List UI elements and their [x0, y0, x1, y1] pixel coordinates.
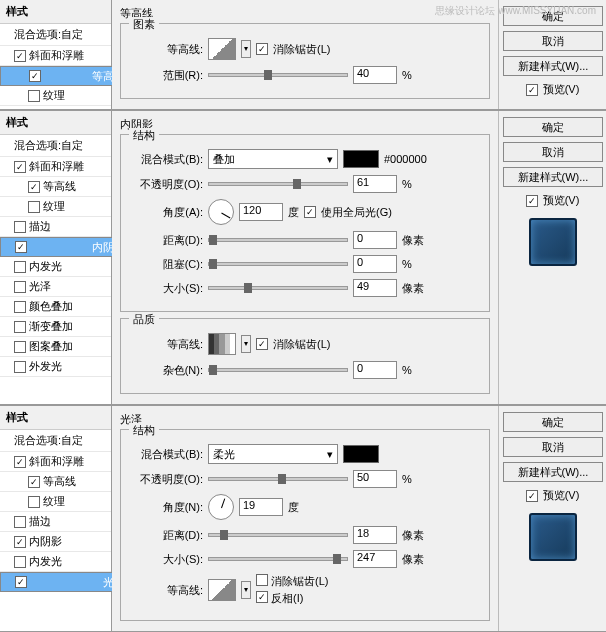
checkbox-icon[interactable]	[14, 221, 26, 233]
new-style-button[interactable]: 新建样式(W)...	[503, 462, 603, 482]
noise-slider[interactable]	[208, 368, 348, 372]
size-input[interactable]: 247	[353, 550, 397, 568]
angle-dial[interactable]	[208, 494, 234, 520]
fx-bevel[interactable]: ✓斜面和浮雕	[0, 157, 111, 177]
size-label: 大小(S):	[131, 552, 203, 567]
blend-options[interactable]: 混合选项:自定	[0, 24, 111, 46]
distance-input[interactable]: 18	[353, 526, 397, 544]
fx-texture[interactable]: 纹理	[0, 492, 111, 512]
distance-input[interactable]: 0	[353, 231, 397, 249]
fx-stroke[interactable]: 描边	[0, 217, 111, 237]
checkbox-icon[interactable]	[28, 90, 40, 102]
checkbox-icon[interactable]	[14, 341, 26, 353]
opacity-input[interactable]: 50	[353, 470, 397, 488]
color-swatch[interactable]	[343, 150, 379, 168]
fx-texture[interactable]: 纹理	[0, 197, 111, 217]
angle-input[interactable]: 19	[239, 498, 283, 516]
checkbox-icon[interactable]: ✓	[29, 70, 41, 82]
checkbox-icon[interactable]	[28, 496, 40, 508]
blend-options[interactable]: 混合选项:自定	[0, 430, 111, 452]
fx-inner-glow[interactable]: 内发光	[0, 257, 111, 277]
unit: 度	[288, 205, 299, 220]
checkbox-icon[interactable]	[28, 201, 40, 213]
opacity-input[interactable]: 61	[353, 175, 397, 193]
opacity-slider[interactable]	[208, 182, 348, 186]
checkbox-icon[interactable]: ✓	[28, 181, 40, 193]
noise-input[interactable]: 0	[353, 361, 397, 379]
fx-label: 等高线	[43, 474, 76, 489]
checkbox-icon[interactable]: ✓	[14, 456, 26, 468]
fx-satin[interactable]: 光泽	[0, 277, 111, 297]
chevron-down-icon[interactable]: ▾	[241, 581, 251, 599]
checkbox-icon[interactable]	[14, 281, 26, 293]
checkbox-icon[interactable]	[14, 301, 26, 313]
checkbox-icon[interactable]: ✓	[256, 591, 268, 603]
blend-options[interactable]: 混合选项:自定	[0, 135, 111, 157]
fx-texture[interactable]: 纹理	[0, 86, 111, 106]
checkbox-icon[interactable]: ✓	[256, 338, 268, 350]
color-swatch[interactable]	[343, 445, 379, 463]
fx-inner-shadow[interactable]: ✓内阴影	[0, 532, 111, 552]
range-slider[interactable]	[208, 73, 348, 77]
checkbox-icon[interactable]	[14, 261, 26, 273]
preview-thumbnail	[529, 513, 577, 561]
fx-grad-overlay[interactable]: 渐变叠加	[0, 317, 111, 337]
ok-button[interactable]: 确定	[503, 412, 603, 432]
fx-satin[interactable]: ✓光泽	[0, 572, 130, 592]
angle-input[interactable]: 120	[239, 203, 283, 221]
size-slider[interactable]	[208, 557, 348, 561]
contour-swatch[interactable]	[208, 38, 236, 60]
fx-outer-glow[interactable]: 外发光	[0, 357, 111, 377]
new-style-button[interactable]: 新建样式(W)...	[503, 56, 603, 76]
checkbox-icon[interactable]: ✓	[14, 161, 26, 173]
opacity-slider[interactable]	[208, 477, 348, 481]
ok-button[interactable]: 确定	[503, 117, 603, 137]
unit: %	[402, 258, 412, 270]
contour-swatch[interactable]	[208, 333, 236, 355]
range-input[interactable]: 40	[353, 66, 397, 84]
distance-slider[interactable]	[208, 533, 348, 537]
new-style-button[interactable]: 新建样式(W)...	[503, 167, 603, 187]
checkbox-icon[interactable]: ✓	[526, 490, 538, 502]
chevron-down-icon[interactable]: ▾	[241, 40, 251, 58]
checkbox-icon[interactable]: ✓	[526, 195, 538, 207]
checkbox-icon[interactable]: ✓	[28, 476, 40, 488]
checkbox-icon[interactable]	[14, 321, 26, 333]
fx-inner-shadow[interactable]: ✓内阴影	[0, 237, 130, 257]
checkbox-icon[interactable]: ✓	[526, 84, 538, 96]
fx-bevel[interactable]: ✓斜面和浮雕	[0, 452, 111, 472]
checkbox-icon[interactable]: ✓	[15, 241, 27, 253]
fx-pat-overlay[interactable]: 图案叠加	[0, 337, 111, 357]
checkbox-icon[interactable]: ✓	[14, 50, 26, 62]
fx-contour[interactable]: ✓等高线	[0, 66, 130, 86]
cancel-button[interactable]: 取消	[503, 437, 603, 457]
checkbox-icon[interactable]: ✓	[304, 206, 316, 218]
checkbox-icon[interactable]	[256, 574, 268, 586]
choke-slider[interactable]	[208, 262, 348, 266]
checkbox-icon[interactable]: ✓	[14, 536, 26, 548]
fx-contour[interactable]: ✓等高线	[0, 472, 111, 492]
fx-contour[interactable]: ✓等高线	[0, 177, 111, 197]
size-input[interactable]: 49	[353, 279, 397, 297]
styles-header: 样式	[0, 0, 111, 24]
angle-dial[interactable]	[208, 199, 234, 225]
cancel-button[interactable]: 取消	[503, 142, 603, 162]
chevron-down-icon[interactable]: ▾	[241, 335, 251, 353]
checkbox-icon[interactable]: ✓	[256, 43, 268, 55]
fx-color-overlay[interactable]: 颜色叠加	[0, 297, 111, 317]
contour-swatch[interactable]	[208, 579, 236, 601]
distance-slider[interactable]	[208, 238, 348, 242]
checkbox-icon[interactable]	[14, 556, 26, 568]
checkbox-icon[interactable]	[14, 361, 26, 373]
fx-inner-glow[interactable]: 内发光	[0, 552, 111, 572]
fx-bevel[interactable]: ✓斜面和浮雕	[0, 46, 111, 66]
choke-input[interactable]: 0	[353, 255, 397, 273]
unit: 像素	[402, 528, 424, 543]
checkbox-icon[interactable]	[14, 516, 26, 528]
fx-stroke[interactable]: 描边	[0, 512, 111, 532]
size-slider[interactable]	[208, 286, 348, 290]
blend-select[interactable]: 叠加▾	[208, 149, 338, 169]
cancel-button[interactable]: 取消	[503, 31, 603, 51]
checkbox-icon[interactable]: ✓	[15, 576, 27, 588]
blend-select[interactable]: 柔光▾	[208, 444, 338, 464]
